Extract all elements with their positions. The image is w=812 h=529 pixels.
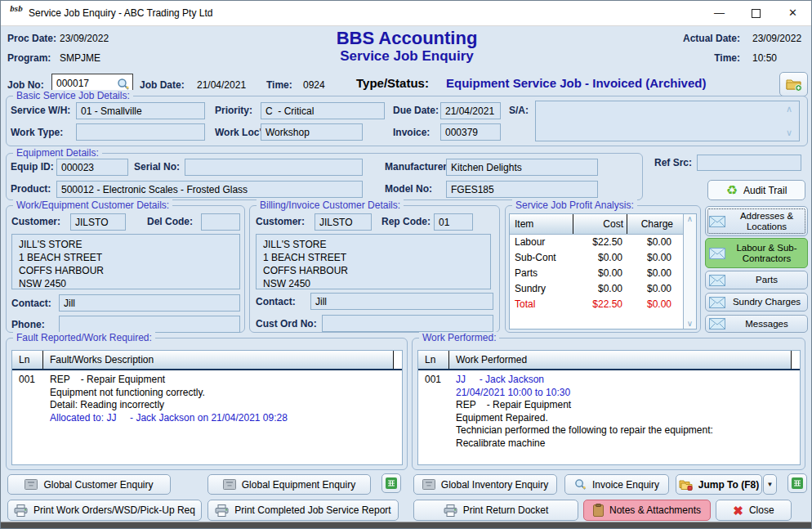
fault-title: Fault Reported/Work Required: <box>13 332 155 343</box>
fault-group: Fault Reported/Work Required: Ln Fault/W… <box>6 338 408 470</box>
folder-add-icon <box>786 77 802 92</box>
work-locn-field[interactable]: Workshop <box>261 123 363 141</box>
serial-no-label: Serial No: <box>134 161 180 173</box>
global-inventory-enquiry-button[interactable]: Global Inventory Enquiry <box>413 474 557 495</box>
fault-table[interactable]: Ln Fault/Works Description 001 REP - Rep… <box>11 350 403 465</box>
sa-scroll-down-icon[interactable]: ∨ <box>786 128 792 138</box>
del-code-field[interactable] <box>201 213 240 231</box>
header-time-value: 10:50 <box>752 52 777 64</box>
ref-src-field[interactable] <box>697 155 801 171</box>
billing-contact-field[interactable]: Jill <box>310 293 493 310</box>
proc-date-label: Proc Date: <box>7 33 56 44</box>
job-no-value: 000017 <box>56 78 89 89</box>
work-row-lines: JJ - Jack Jackson21/04/2021 10:00 to 10:… <box>449 370 800 464</box>
global-equipment-enquiry-button[interactable]: Global Equipment Enquiry <box>207 474 371 495</box>
printer-icon <box>444 504 457 517</box>
priority-field[interactable]: C - Critical <box>261 102 385 119</box>
invoice-field[interactable]: 000379 <box>440 123 501 141</box>
sundry-charges-button[interactable]: Sundry Charges <box>705 293 808 312</box>
chevron-down-icon: ▼ <box>767 481 774 488</box>
notes-attachments-button[interactable]: Notes & Attachments <box>583 500 711 521</box>
print-return-docket-button[interactable]: Print Return Docket <box>413 500 578 521</box>
due-date-field[interactable]: 21/04/2021 <box>440 102 501 119</box>
product-label: Product: <box>11 183 51 195</box>
new-job-button[interactable] <box>779 72 808 96</box>
work-performed-header: Ln Work Performed <box>418 351 800 370</box>
billing-customer-address[interactable]: JILL'S STORE1 BEACH STREETCOFFS HARBOURN… <box>256 234 491 289</box>
search-icon <box>574 478 587 491</box>
scroll-up-icon[interactable]: ∧ <box>687 215 693 223</box>
title-bar[interactable]: bsb Service Job Enquiry - ABC Trading Pt… <box>1 1 811 26</box>
work-performed-table[interactable]: Ln Work Performed 001 JJ - Jack Jackson2… <box>417 350 801 465</box>
print-work-orders-button[interactable]: Print Work Orders/WSD/Pick-Up Req <box>7 500 202 521</box>
global-customer-enquiry-button[interactable]: Global Customer Enquiry <box>7 474 171 495</box>
work-line: JJ - Jack Jackson <box>449 374 800 387</box>
billing-customer-panel: Billing/Invoice Customer Details: Custom… <box>249 205 500 333</box>
work-customer-address[interactable]: JILL'S STORE1 BEACH STREETCOFFS HARBOURN… <box>11 234 240 289</box>
export-excel-button[interactable] <box>381 473 401 493</box>
messages-button[interactable]: Messages <box>705 315 808 333</box>
work-performed-row[interactable]: 001 JJ - Jack Jackson21/04/2021 10:00 to… <box>418 370 800 464</box>
clipboard-icon <box>593 504 604 517</box>
screen-title: Service Job Enquiry <box>243 48 570 65</box>
serial-no-field[interactable] <box>185 159 363 176</box>
minimize-button[interactable]: — <box>701 1 738 25</box>
export-excel-button-2[interactable] <box>787 473 807 493</box>
print-completed-report-button[interactable]: Print Completed Job Service Report <box>207 500 399 521</box>
labour-subcontractors-button[interactable]: Labour & Sub-Contractors <box>705 238 808 268</box>
parts-button[interactable]: Parts <box>705 271 808 289</box>
envelope-icon <box>709 275 725 286</box>
sa-scroll-up-icon[interactable]: ∧ <box>786 104 792 114</box>
profit-row <box>510 312 683 328</box>
maximize-button[interactable] <box>738 1 774 25</box>
sa-label: S/A: <box>509 105 529 116</box>
work-contact-field[interactable]: Jill <box>59 294 240 312</box>
work-col-ln: Ln <box>418 351 449 369</box>
profit-row: Parts$0.00$0.00 <box>510 266 683 281</box>
jump-to-button[interactable]: Jump To (F8) <box>676 474 762 495</box>
addresses-locations-button[interactable]: Addresses & Locations <box>705 206 808 236</box>
service-job-enquiry-window: bsb Service Job Enquiry - ABC Trading Pt… <box>0 0 812 529</box>
phone-field[interactable] <box>59 316 240 333</box>
jump-to-dropdown-button[interactable]: ▼ <box>763 474 777 495</box>
address-line: NSW 2450 <box>19 277 233 290</box>
service-wh-field[interactable]: 01 - Smallville <box>76 102 205 119</box>
envelope-icon <box>709 216 725 227</box>
cust-ord-field[interactable] <box>322 315 493 332</box>
program-label: Program: <box>7 52 51 64</box>
search-icon[interactable] <box>117 78 130 91</box>
audit-trail-button[interactable]: ♻ Audit Trail <box>707 180 805 200</box>
rep-code-field[interactable]: 01 <box>434 213 473 231</box>
basic-details-title: Basic Service Job Details: <box>13 90 133 101</box>
scroll-down-icon[interactable]: ∨ <box>687 320 693 328</box>
model-no-field[interactable]: FGES185 <box>446 181 598 198</box>
billing-customer-label: Customer: <box>256 216 305 227</box>
cust-ord-label: Cust Ord No: <box>256 318 317 330</box>
archive-box-icon <box>223 479 236 490</box>
printer-icon <box>215 504 229 517</box>
work-type-field[interactable] <box>76 123 205 141</box>
model-no-label: Model No: <box>385 183 432 195</box>
address-line: COFFS HARBOUR <box>19 264 233 277</box>
equip-id-field[interactable]: 000023 <box>56 159 128 176</box>
profit-scrollbar[interactable]: ∧ ∨ <box>683 214 696 329</box>
work-line: Recalibrate machine <box>449 437 800 451</box>
profit-row: Labour$22.50$0.00 <box>510 235 683 250</box>
close-button[interactable]: ✖ Close <box>716 500 792 521</box>
envelope-icon <box>709 318 725 330</box>
fault-table-header: Ln Fault/Works Description <box>12 351 402 370</box>
product-field[interactable]: 500012 - Electronic Scales - Frosted Gla… <box>56 181 363 198</box>
close-window-button[interactable]: ✕ <box>774 1 811 25</box>
app-title: BBS Accounting <box>243 28 570 49</box>
billing-customer-code-field[interactable]: JILSTO <box>315 213 372 231</box>
address-line: JILL'S STORE <box>19 238 233 251</box>
app-logo-icon: bsb <box>8 5 25 21</box>
manufacturer-field[interactable]: Kitchen Delights <box>446 159 598 176</box>
sa-field[interactable] <box>535 101 800 141</box>
spreadsheet-icon <box>385 477 398 490</box>
fault-row[interactable]: 001 REP - Repair EquipmentEquipment not … <box>12 370 402 464</box>
work-customer-code-field[interactable]: JILSTO <box>70 213 126 231</box>
invoice-enquiry-button[interactable]: Invoice Enquiry <box>564 474 669 495</box>
work-type-label: Work Type: <box>11 127 63 138</box>
work-line: 21/04/2021 10:00 to 10:30 <box>449 387 800 400</box>
